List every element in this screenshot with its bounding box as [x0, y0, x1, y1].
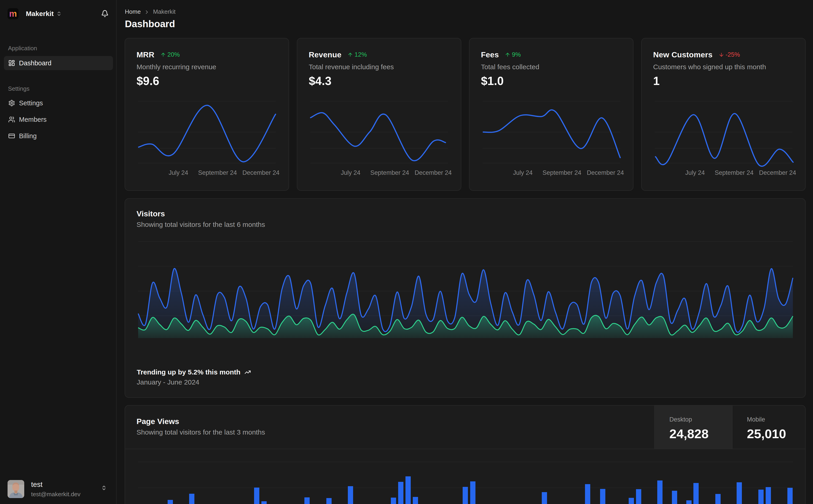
svg-text:m: m: [9, 9, 17, 19]
